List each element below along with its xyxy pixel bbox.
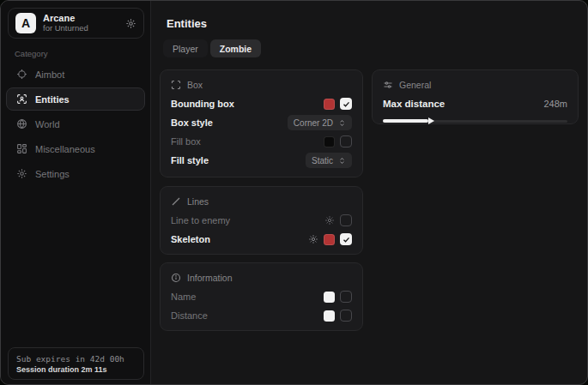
setting-label: Skeleton xyxy=(171,234,308,244)
checkbox-unchecked[interactable] xyxy=(340,214,352,226)
diagonal-line-icon xyxy=(171,196,181,207)
setting-label: Name xyxy=(171,292,324,302)
entity-tabs: Player Zombie xyxy=(163,39,261,57)
page-title: Entities xyxy=(167,17,207,30)
sub-expiry-text: Sub expires in 42d 00h xyxy=(16,354,136,364)
lines-card: Lines Line to enemy Skeleton xyxy=(160,186,363,255)
sidebar-item-label: Miscellaneous xyxy=(35,144,95,154)
card-title: General xyxy=(399,80,431,90)
chevron-up-down-icon xyxy=(338,157,346,165)
checkbox-unchecked[interactable] xyxy=(340,291,352,303)
max-distance-slider[interactable] xyxy=(383,117,567,124)
sidebar-item-label: Settings xyxy=(35,169,70,179)
session-duration-text: Session duration 2m 11s xyxy=(16,365,136,374)
gear-icon[interactable] xyxy=(125,18,136,29)
chevron-up-down-icon xyxy=(338,119,346,127)
sidebar-item-miscellaneous[interactable]: Miscellaneous xyxy=(6,137,145,160)
color-swatch[interactable] xyxy=(324,99,335,110)
information-card: Information Name Distance xyxy=(160,262,363,331)
setting-label: Distance xyxy=(171,310,324,321)
row-settings-gear-icon[interactable] xyxy=(324,215,335,226)
checkbox-checked[interactable] xyxy=(340,233,352,245)
tab-player[interactable]: Player xyxy=(163,39,208,57)
card-title: Box xyxy=(187,80,203,90)
sidebar-item-label: World xyxy=(35,119,60,129)
setting-row-distance: Distance xyxy=(171,306,352,325)
slider-thumb[interactable] xyxy=(428,117,434,124)
setting-row-box-style: Box style Corner 2D xyxy=(171,113,352,132)
sliders-icon xyxy=(383,80,393,90)
box-style-dropdown[interactable]: Corner 2D xyxy=(288,115,352,130)
setting-label: Bounding box xyxy=(171,99,324,109)
setting-row-bounding-box: Bounding box xyxy=(171,94,352,113)
app-window: A Arcane for Unturned Category Aimbot xyxy=(0,0,588,385)
card-title: Lines xyxy=(187,196,209,207)
setting-label: Fill style xyxy=(171,155,306,165)
sidebar-nav: Aimbot Entities World Miscellaneous xyxy=(6,63,145,185)
sidebar-item-entities[interactable]: Entities xyxy=(6,87,145,111)
brand-subtitle: for Unturned xyxy=(43,24,118,33)
color-swatch[interactable] xyxy=(324,310,335,322)
dropdown-value: Corner 2D xyxy=(294,118,333,128)
sidebar-item-label: Entities xyxy=(35,94,70,105)
sidebar-item-aimbot[interactable]: Aimbot xyxy=(6,63,145,86)
crosshair-icon xyxy=(15,69,27,80)
row-settings-gear-icon[interactable] xyxy=(308,234,318,244)
setting-label: Line to enemy xyxy=(171,215,324,226)
setting-row-line-to-enemy: Line to enemy xyxy=(171,211,352,230)
box-frame-icon xyxy=(171,80,181,90)
slider-fill xyxy=(383,119,428,123)
globe-icon xyxy=(15,118,27,129)
setting-label: Box style xyxy=(171,117,288,128)
scan-person-icon xyxy=(15,93,27,105)
color-swatch[interactable] xyxy=(324,234,335,245)
setting-row-fill-style: Fill style Static xyxy=(171,151,352,170)
dropdown-value: Static xyxy=(312,156,333,165)
category-label: Category xyxy=(15,49,48,58)
brand-card: A Arcane for Unturned xyxy=(8,8,144,39)
gear-icon xyxy=(15,168,27,179)
main-content: Entities Player Zombie Box Bounding box xyxy=(152,1,587,384)
slider-value: 248m xyxy=(543,99,567,109)
subscription-card: Sub expires in 42d 00h Session duration … xyxy=(8,347,144,380)
setting-label: Fill box xyxy=(171,136,324,147)
checkbox-checked[interactable] xyxy=(340,98,352,110)
box-card: Box Bounding box Box style Corner 2D xyxy=(160,69,363,177)
checkbox-unchecked[interactable] xyxy=(340,135,352,147)
sidebar-item-world[interactable]: World xyxy=(6,112,145,135)
app-logo: A xyxy=(15,13,36,33)
setting-row-skeleton: Skeleton xyxy=(171,230,352,249)
general-card: General Max distance 248m xyxy=(372,69,579,124)
brand-name: Arcane xyxy=(43,13,118,24)
card-title: Information xyxy=(187,273,233,283)
setting-row-name: Name xyxy=(171,287,352,306)
sidebar-item-settings[interactable]: Settings xyxy=(6,162,145,185)
info-icon xyxy=(171,273,181,283)
setting-row-fill-box: Fill box xyxy=(171,132,352,151)
checkbox-unchecked[interactable] xyxy=(340,310,352,322)
color-swatch[interactable] xyxy=(324,292,335,303)
color-swatch[interactable] xyxy=(324,136,335,147)
grid-icon xyxy=(15,143,27,154)
tab-zombie[interactable]: Zombie xyxy=(210,39,261,57)
fill-style-dropdown[interactable]: Static xyxy=(306,153,352,168)
setting-row-max-distance: Max distance 248m xyxy=(383,95,567,112)
sidebar: A Arcane for Unturned Category Aimbot xyxy=(1,1,151,384)
sidebar-item-label: Aimbot xyxy=(35,69,64,80)
setting-label: Max distance xyxy=(383,99,543,109)
